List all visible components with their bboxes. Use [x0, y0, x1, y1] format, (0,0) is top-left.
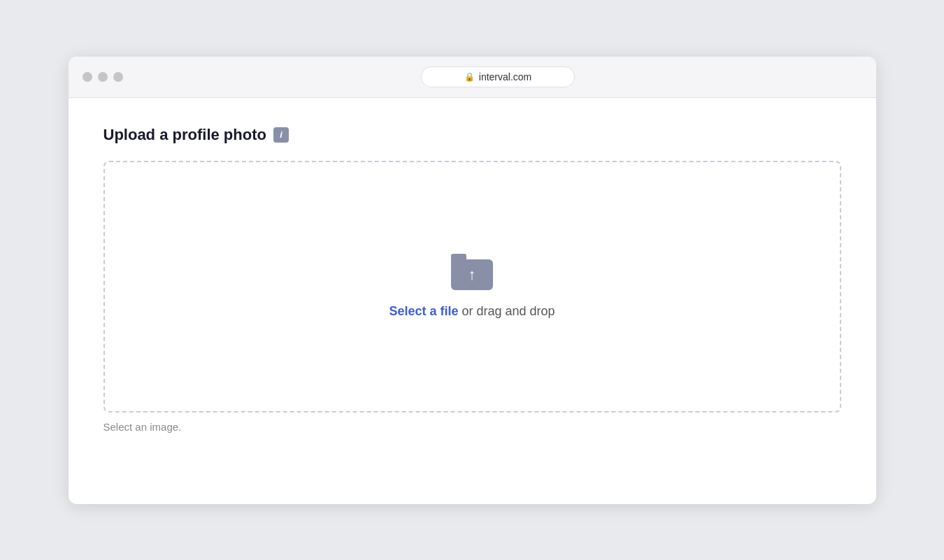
browser-window: 🔒 interval.com Upload a profile photo i …	[69, 57, 876, 504]
browser-content: Upload a profile photo i ↑ Select a file…	[69, 98, 876, 504]
browser-dot-maximize[interactable]	[113, 72, 123, 82]
select-file-link[interactable]: Select a file	[389, 304, 458, 318]
page-title-row: Upload a profile photo i	[103, 126, 841, 144]
file-drop-zone[interactable]: ↑ Select a file or drag and drop	[103, 161, 841, 412]
browser-toolbar: 🔒 interval.com	[69, 57, 876, 98]
address-pill[interactable]: 🔒 interval.com	[421, 66, 575, 87]
page-title: Upload a profile photo	[103, 126, 266, 144]
lock-icon: 🔒	[464, 72, 475, 82]
upload-folder-icon: ↑	[451, 254, 493, 290]
drop-zone-separator: or drag and drop	[458, 304, 555, 318]
folder-body: ↑	[451, 259, 493, 290]
drop-zone-text: Select a file or drag and drop	[389, 304, 555, 319]
upload-arrow-icon: ↑	[469, 267, 476, 282]
folder-tab	[451, 254, 466, 259]
browser-dot-minimize[interactable]	[98, 72, 108, 82]
browser-controls	[83, 72, 123, 82]
address-text: interval.com	[479, 71, 531, 82]
browser-address-bar: 🔒 interval.com	[134, 66, 862, 87]
info-icon[interactable]: i	[273, 127, 289, 143]
hint-text: Select an image.	[103, 421, 841, 433]
browser-dot-close[interactable]	[83, 72, 92, 82]
